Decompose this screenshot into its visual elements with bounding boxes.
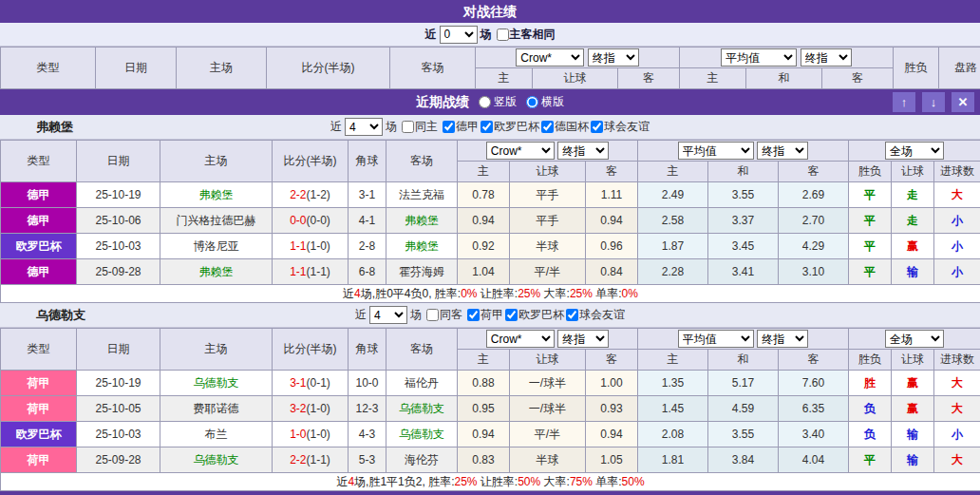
horizontal-layout-radio[interactable] [526,96,538,108]
crow-home-odds-cell: 0.83 [458,447,510,473]
summary-part: 25% [454,475,477,488]
crow-away-odds-cell: 0.84 [586,259,638,285]
col-hcp: 让球 [533,68,618,89]
move-up-button[interactable]: ↑ [893,92,915,112]
final-index-select[interactable]: 终指 [757,142,808,160]
final-index-select[interactable]: 终指 [801,48,852,67]
crow-select[interactable]: Crow* [516,48,584,67]
competition-checkbox[interactable] [591,121,603,133]
average-select-group: 平均值 终指 [638,329,849,350]
league-cell: 德甲 [1,182,77,208]
competition-checkbox[interactable] [541,121,554,133]
home-team-cell: 门兴格拉德巴赫 [160,208,273,234]
competition-filter[interactable]: 德国杯 [539,119,589,135]
full-match-select[interactable]: 全场 [885,142,944,160]
full-match-select[interactable]: 全场 [885,330,944,348]
competition-filter[interactable]: 欧罗巴杯 [503,307,564,323]
col-type: 类型 [1,329,77,371]
competition-filter[interactable]: 荷甲 [465,307,503,323]
final-index-select[interactable]: 终指 [588,48,639,67]
col-date: 日期 [96,48,177,89]
full-match-select-group: 全场 [849,329,980,350]
col-home: 主场 [177,48,267,89]
competition-filter[interactable]: 球会友谊 [589,119,650,135]
competition-filter[interactable]: 欧罗巴杯 [479,119,539,135]
competition-filter[interactable]: 德甲 [441,119,479,135]
result-cell: 平 [849,208,892,234]
col-hcp-away: 客 [586,350,638,371]
home-team-cell: 弗赖堡 [160,259,273,285]
home-team-cell: 布兰 [160,422,273,447]
avg-away-odds-cell: 4.04 [779,447,849,473]
crow-select[interactable]: Crow* [486,330,555,348]
h2h-recent-count-select[interactable]: 0 [440,26,478,44]
score-cell: 2-2(1-2) [273,182,349,208]
goals-result-cell: 小 [934,422,980,447]
crow-select[interactable]: Crow* [486,142,555,160]
recent-label: 近 [330,119,342,135]
avg-home-odds-cell: 1.45 [638,396,708,422]
recent-count-select[interactable]: 4 [345,118,383,136]
vertical-layout-option[interactable]: 竖版 [477,94,517,110]
summary-part: 0% [622,287,638,300]
horizontal-layout-option[interactable]: 横版 [524,94,564,110]
full-time-score: 1-1 [290,265,306,278]
corner-cell: 5-3 [349,447,386,473]
competition-checkbox[interactable] [481,121,493,133]
avg-home-odds-cell: 2.58 [638,208,708,234]
final-index-select[interactable]: 终指 [757,330,808,348]
col-date: 日期 [77,329,160,371]
competition-checkbox[interactable] [443,121,455,133]
recent-count-select[interactable]: 4 [369,306,407,324]
final-index-select[interactable]: 终指 [557,142,609,160]
same-home-filter[interactable]: 同主 [400,119,438,135]
avg-home-odds-cell: 2.49 [638,182,708,208]
summary-part: 大率: [540,475,570,488]
average-select[interactable]: 平均值 [678,330,754,348]
same-away-label: 同客 [440,307,462,323]
score-cell: 0-0(0-0) [273,208,349,234]
same-venue-checkbox[interactable] [497,29,509,41]
summary-part: 让胜率: [478,287,518,300]
crow-home-odds-cell: 0.94 [458,422,510,447]
h2h-table: 类型 日期 主场 比分(半场) 客场 Crow* 终指 平均值 终指 胜负 盘路… [0,47,980,89]
competition-checkbox[interactable] [505,309,518,321]
avg-away-odds-cell: 3.40 [779,422,849,447]
col-goals: 进球数 [934,350,980,371]
average-select[interactable]: 平均值 [678,142,754,160]
move-down-button[interactable]: ↓ [922,92,945,112]
same-away-filter[interactable]: 同客 [424,307,462,323]
full-time-score: 3-1 [290,376,306,390]
col-date: 日期 [77,141,160,182]
full-time-score: 2-2 [290,453,306,466]
same-home-checkbox[interactable] [402,121,414,133]
competition-checkbox[interactable] [467,309,480,321]
vertical-layout-radio[interactable] [479,96,491,108]
competition-filter[interactable]: 球会友谊 [564,307,625,323]
final-index-select[interactable]: 终指 [557,330,609,348]
col-odds-draw: 和 [746,68,822,89]
corner-cell: 2-8 [349,234,386,259]
match-row: 德甲25-09-28弗赖堡1-1(1-1)6-8霍芬海姆1.04平/半0.842… [1,259,980,285]
crow-handicap-cell: 半球 [510,447,586,473]
close-button[interactable]: ✕ [952,92,974,112]
league-cell: 德甲 [1,259,77,285]
goals-result-cell: 大 [934,396,980,422]
avg-away-odds-cell: 3.10 [779,259,849,285]
half-time-score: (1-1) [307,265,330,278]
competition-label: 德甲 [456,119,479,135]
competition-checkbox[interactable] [566,309,578,321]
handicap-result-cell: 赢 [892,371,934,396]
goals-result-cell: 大 [934,447,980,473]
avg-away-odds-cell: 4.29 [779,234,849,259]
away-team-cell: 海伦芬 [386,447,458,473]
same-venue-filter[interactable]: 主客相同 [495,27,556,43]
crow-select-group: Crow* 终指 [476,48,680,68]
recent-label: 近 [425,27,437,43]
page-title: 对战往绩 [463,4,517,19]
match-row: 荷甲25-10-05费耶诺德3-2(1-0)12-3乌德勒支0.95一/球半0.… [1,396,980,422]
average-select[interactable]: 平均值 [721,48,797,67]
recent-label: 近 [355,307,367,323]
same-away-checkbox[interactable] [426,309,439,321]
section-filter: 近 4 场 同客 荷甲欧罗巴杯球会友谊 [0,306,980,324]
